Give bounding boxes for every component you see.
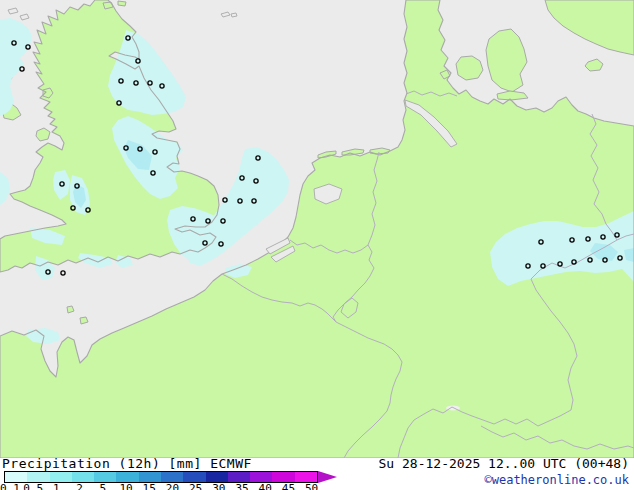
legend-bar: Precipitation (12h) [mm] ECMWF Su 28-12-… bbox=[0, 458, 634, 490]
legend-datetime: Su 28-12-2025 12..00 UTC (00+48) bbox=[379, 456, 629, 471]
scale-tick-label: 0.1 bbox=[0, 482, 20, 490]
legend-title: Precipitation (12h) [mm] ECMWF bbox=[2, 456, 252, 471]
scale-swatch bbox=[50, 472, 72, 482]
scale-tick-label: 20 bbox=[166, 482, 179, 490]
scale-tick-label: 30 bbox=[212, 482, 225, 490]
scale-swatch bbox=[72, 472, 94, 482]
scale-tick-label: 40 bbox=[259, 482, 272, 490]
scale-swatch bbox=[139, 472, 161, 482]
scale-tick-label: 45 bbox=[282, 482, 295, 490]
island bbox=[118, 1, 126, 6]
scale-swatch bbox=[94, 472, 116, 482]
copyright-text: ©weatheronline.co.uk bbox=[485, 473, 630, 487]
scale-swatch bbox=[250, 472, 272, 482]
scale-swatch bbox=[206, 472, 228, 482]
scale-tick-label: 25 bbox=[189, 482, 202, 490]
scale-swatch bbox=[161, 472, 183, 482]
scale-swatch bbox=[272, 472, 294, 482]
scale-swatch bbox=[5, 472, 27, 482]
scale-tick-label: 35 bbox=[235, 482, 248, 490]
scale-tick-label: 50 bbox=[305, 482, 318, 490]
scale-swatch bbox=[295, 472, 317, 482]
scale-swatch bbox=[183, 472, 205, 482]
scale-swatch bbox=[228, 472, 250, 482]
weather-map-svg bbox=[0, 0, 634, 458]
scale-tick-label: 1 bbox=[53, 482, 60, 490]
scale-tick-label: 5 bbox=[99, 482, 106, 490]
scale-tick-label: 2 bbox=[76, 482, 83, 490]
small-island-outline bbox=[231, 13, 237, 17]
scale-tick-labels: 0.10.5125101520253035404550 bbox=[4, 482, 334, 490]
scale-tick-label: 15 bbox=[143, 482, 156, 490]
weather-map-screenshot: Precipitation (12h) [mm] ECMWF Su 28-12-… bbox=[0, 0, 634, 490]
scale-swatch bbox=[27, 472, 49, 482]
scale-tick-label: 10 bbox=[119, 482, 132, 490]
scale-swatch bbox=[116, 472, 138, 482]
scale-tick-label: 0.5 bbox=[23, 482, 43, 490]
map-area bbox=[0, 0, 634, 458]
